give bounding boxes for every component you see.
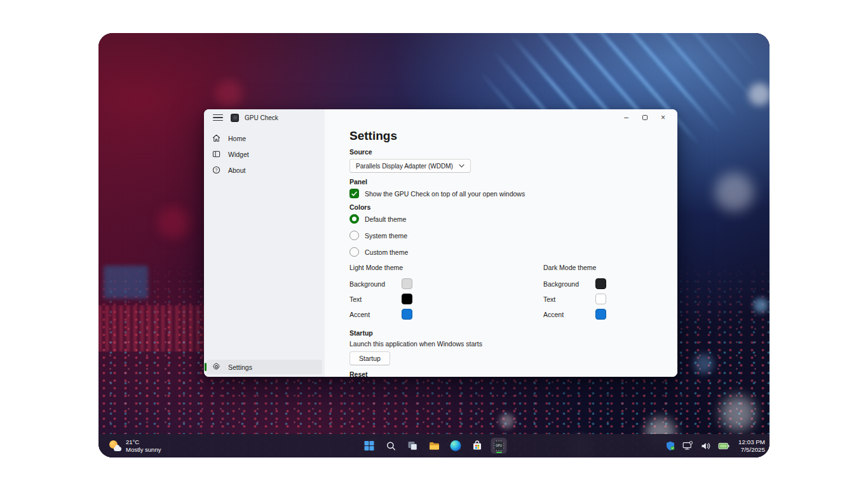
default-theme-radio[interactable]	[349, 214, 359, 224]
swatch-label: Accent	[543, 311, 595, 318]
swatch-label: Accent	[349, 311, 402, 318]
panel-checkbox[interactable]	[349, 189, 359, 198]
dark-text-row: Text	[543, 294, 606, 304]
file-explorer-button[interactable]	[426, 438, 442, 454]
weather-text: 21°C Mostly sunny	[126, 438, 161, 453]
radio-label: Custom theme	[365, 248, 408, 256]
search-button[interactable]	[383, 438, 399, 454]
light-text-swatch[interactable]	[402, 294, 412, 304]
dark-accent-swatch[interactable]	[595, 309, 606, 320]
page-title: Settings	[349, 129, 665, 143]
theme-columns: Light Mode theme Background Text Accent	[349, 264, 665, 324]
sidebar-item-about[interactable]: ? About	[207, 163, 322, 177]
taskbar-tray: 12:03 PM 7/5/2025	[665, 434, 765, 458]
sidebar-item-widget[interactable]: Widget	[207, 147, 322, 161]
weather-condition: Mostly sunny	[126, 446, 161, 454]
swatch-label: Background	[349, 280, 402, 288]
gpu-chip-icon: GPU	[493, 440, 505, 452]
folder-icon	[428, 441, 440, 451]
source-heading: Source	[349, 148, 665, 156]
task-view-icon	[407, 440, 418, 451]
battery-icon	[718, 442, 729, 450]
window-titlebar-right: – ×	[325, 109, 677, 126]
checkmark-icon	[351, 191, 357, 196]
light-accent-row: Accent	[349, 309, 543, 320]
radio-row-system-theme: System theme	[349, 231, 665, 240]
dark-accent-row: Accent	[543, 309, 606, 320]
hamburger-menu-button[interactable]	[211, 112, 225, 123]
light-text-row: Text	[349, 294, 543, 304]
window-title: GPU Check	[245, 114, 278, 121]
gear-icon	[212, 363, 220, 372]
desktop-screen: GPU Check Home Widget	[98, 33, 770, 458]
radio-row-custom-theme: Custom theme	[349, 247, 665, 257]
panel-checkbox-label: Show the GPU Check on top of all your op…	[365, 190, 525, 198]
swatch-label: Background	[543, 280, 595, 288]
svg-text:GPU: GPU	[496, 444, 502, 447]
light-background-swatch[interactable]	[402, 278, 412, 289]
sidebar: GPU Check Home Widget	[204, 109, 325, 377]
custom-theme-radio[interactable]	[349, 247, 359, 257]
display-tray-button[interactable]	[681, 438, 694, 454]
light-accent-swatch[interactable]	[402, 309, 412, 320]
dark-background-row: Background	[543, 278, 606, 289]
widget-icon	[212, 150, 220, 159]
gpu-check-taskbar-button[interactable]: GPU	[491, 438, 507, 454]
taskbar-clock[interactable]: 12:03 PM 7/5/2025	[738, 438, 765, 454]
chevron-down-icon	[459, 164, 465, 168]
startup-heading: Startup	[349, 329, 665, 337]
edge-browser-button[interactable]	[448, 438, 464, 454]
startup-button[interactable]: Startup	[349, 351, 390, 365]
security-tray-button[interactable]	[665, 438, 676, 454]
window-main: – × Settings Source Parallels Display Ad…	[325, 109, 677, 377]
edge-icon	[451, 440, 461, 451]
wallpaper-bokeh	[98, 33, 99, 34]
settings-page: Settings Source Parallels Display Adapte…	[325, 126, 677, 377]
light-theme-column: Light Mode theme Background Text Accent	[349, 264, 543, 324]
clock-time: 12:03 PM	[738, 438, 765, 446]
minimize-button[interactable]: –	[617, 110, 635, 125]
sidebar-item-label: About	[228, 166, 245, 174]
search-icon	[386, 441, 396, 451]
sidebar-nav: Home Widget ? About	[207, 131, 322, 177]
radio-label: System theme	[365, 232, 407, 240]
dark-theme-heading: Dark Mode theme	[543, 264, 606, 271]
taskbar-center-icons: GPU	[362, 434, 507, 458]
home-icon	[212, 134, 220, 143]
sidebar-item-home[interactable]: Home	[207, 131, 322, 146]
question-circle-icon: ?	[212, 166, 220, 175]
windows-logo-icon	[364, 440, 375, 451]
taskbar-weather-widget[interactable]: 21°C Mostly sunny	[104, 434, 166, 458]
dark-background-swatch[interactable]	[595, 278, 606, 289]
volume-tray-button[interactable]	[699, 438, 712, 454]
taskbar: 21°C Mostly sunny	[98, 434, 770, 458]
dark-text-swatch[interactable]	[595, 294, 606, 304]
microsoft-store-button[interactable]	[470, 438, 485, 454]
radio-label: Default theme	[365, 215, 406, 223]
gpu-check-app-icon	[231, 114, 239, 122]
task-view-button[interactable]	[405, 438, 421, 454]
weather-temperature: 21°C	[126, 438, 161, 446]
sidebar-item-label: Home	[228, 135, 246, 142]
sidebar-item-label: Widget	[228, 151, 249, 158]
volume-icon	[701, 442, 710, 451]
panel-checkbox-row: Show the GPU Check on top of all your op…	[349, 189, 665, 198]
sidebar-item-settings[interactable]: Settings	[207, 360, 322, 374]
start-button[interactable]	[362, 438, 377, 454]
startup-description: Launch this application when Windows sta…	[349, 340, 665, 348]
system-theme-radio[interactable]	[349, 231, 359, 240]
maximize-button[interactable]	[635, 110, 654, 125]
sidebar-item-label: Settings	[228, 363, 252, 371]
source-select[interactable]: Parallels Display Adapter (WDDM)	[349, 159, 471, 173]
radio-row-default-theme: Default theme	[349, 214, 665, 224]
light-background-row: Background	[349, 278, 543, 289]
window-titlebar-left: GPU Check	[207, 109, 322, 126]
battery-tray-button[interactable]	[717, 438, 731, 454]
sun-cloud-icon	[109, 440, 121, 451]
dark-theme-column: Dark Mode theme Background Text Accent	[543, 264, 606, 324]
close-button[interactable]: ×	[654, 110, 672, 125]
gpu-check-window: GPU Check Home Widget	[204, 109, 677, 377]
colors-heading: Colors	[349, 203, 665, 211]
security-shield-icon	[666, 441, 675, 451]
store-icon	[472, 440, 483, 451]
